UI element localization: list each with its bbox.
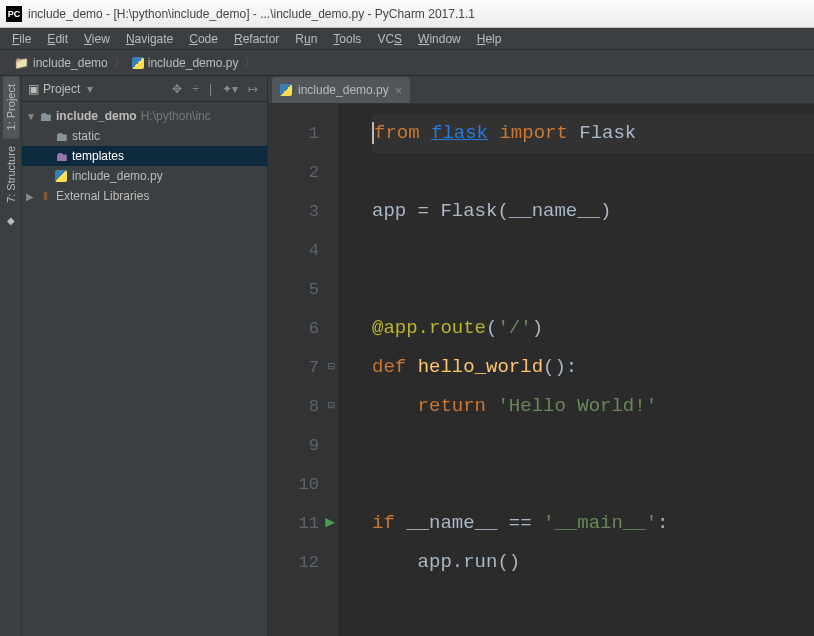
fold-icon[interactable]: ⊟ [328,387,335,426]
menu-navigate[interactable]: Navigate [118,30,181,48]
panel-tool-icon[interactable]: ✥ [169,82,185,96]
python-icon [132,57,144,69]
code-area[interactable]: from flask import Flaskapp = Flask(__nam… [372,104,814,636]
code-line[interactable] [372,465,814,504]
line-number[interactable]: 4 [268,231,337,270]
code-line[interactable]: if __name__ == '__main__': [372,504,814,543]
module-icon [38,109,52,124]
code-line[interactable] [372,270,814,309]
editor-tab-label: include_demo.py [298,83,389,97]
editor-margin [338,104,372,636]
collapse-arrow-icon[interactable]: ▼ [26,111,38,122]
breadcrumb-item[interactable]: include_demo.py [126,56,245,70]
menu-window[interactable]: Window [410,30,469,48]
menu-code[interactable]: Code [181,30,226,48]
line-number[interactable]: 3 [268,192,337,231]
titlebar: PC include_demo - [H:\python\include_dem… [0,0,814,28]
fold-icon[interactable]: ⊟ [328,348,335,387]
breadcrumb-label: include_demo [33,56,108,70]
line-number[interactable]: 12 [268,543,337,582]
code-line[interactable]: app.run() [372,543,814,582]
menu-help[interactable]: Help [469,30,510,48]
main-area: 1: Project 7: Structure ◆ ▣ Project ▾ ✥ … [0,76,814,636]
folder-icon [54,129,68,144]
sidebar-tab-project[interactable]: 1: Project [3,76,19,138]
line-number[interactable]: 8⊟ [268,387,337,426]
python-icon [54,170,68,182]
tree-external-libs[interactable]: ▶ External Libraries [22,186,267,206]
tree-path-hint: H:\python\inc [141,109,211,123]
sidebar-icon[interactable]: ◆ [7,211,15,230]
tree-item[interactable]: include_demo.py [22,166,267,186]
line-number[interactable]: 11▶ [268,504,337,543]
panel-header: ▣ Project ▾ ✥ ÷ | ✦▾ ↦ [22,76,267,102]
panel-view-icon[interactable]: ▣ [28,82,39,96]
panel-sep: | [206,82,215,96]
panel-dropdown-icon[interactable]: ▾ [84,82,96,96]
breadcrumb-bar: include_demo 〉 include_demo.py 〉 [0,50,814,76]
editor-tab-active[interactable]: include_demo.py × [272,77,410,103]
line-gutter[interactable]: 1234567⊟8⊟91011▶12 [268,104,338,636]
python-icon [280,84,292,96]
menu-refactor[interactable]: Refactor [226,30,287,48]
code-line[interactable]: app = Flask(__name__) [372,192,814,231]
left-tool-gutter: 1: Project 7: Structure ◆ [0,76,22,636]
menubar: File Edit View Navigate Code Refactor Ru… [0,28,814,50]
folder-icon [14,56,29,70]
code-line[interactable]: from flask import Flask [372,114,814,153]
menu-tools[interactable]: Tools [325,30,369,48]
editor-body[interactable]: 1234567⊟8⊟91011▶12 from flask import Fla… [268,104,814,636]
tree-item[interactable]: static [22,126,267,146]
menu-edit[interactable]: Edit [39,30,76,48]
hide-panel-icon[interactable]: ↦ [245,82,261,96]
line-number[interactable]: 1 [268,114,337,153]
editor-tabs: include_demo.py × [268,76,814,104]
editor-area: include_demo.py × 1234567⊟8⊟91011▶12 fro… [268,76,814,636]
tree-label: static [72,129,100,143]
panel-tool-icon[interactable]: ÷ [189,82,202,96]
line-number[interactable]: 2 [268,153,337,192]
panel-title: Project [43,82,80,96]
run-gutter-icon[interactable]: ▶ [325,504,335,543]
menu-run[interactable]: Run [287,30,325,48]
breadcrumb-label: include_demo.py [148,56,239,70]
line-number[interactable]: 6 [268,309,337,348]
breadcrumb-item[interactable]: include_demo [8,56,114,70]
line-number[interactable]: 7⊟ [268,348,337,387]
gear-icon[interactable]: ✦▾ [219,82,241,96]
line-number[interactable]: 10 [268,465,337,504]
menu-view[interactable]: View [76,30,118,48]
tree-root[interactable]: ▼ include_demo H:\python\inc [22,106,267,126]
menu-vcs[interactable]: VCS [369,30,410,48]
line-number[interactable]: 9 [268,426,337,465]
code-line[interactable]: @app.route('/') [372,309,814,348]
tree-label: External Libraries [56,189,149,203]
expand-arrow-icon[interactable]: ▶ [26,191,38,202]
window-title: include_demo - [H:\python\include_demo] … [28,7,475,21]
code-line[interactable]: def hello_world(): [372,348,814,387]
close-icon[interactable]: × [395,83,403,98]
tree-label: include_demo.py [72,169,163,183]
tree-label: templates [72,149,124,163]
project-panel: ▣ Project ▾ ✥ ÷ | ✦▾ ↦ ▼ include_demo H:… [22,76,268,636]
code-line[interactable] [372,426,814,465]
breadcrumb-sep: 〉 [114,54,126,71]
libraries-icon [38,189,52,203]
menu-file[interactable]: File [4,30,39,48]
project-tree[interactable]: ▼ include_demo H:\python\inc static temp… [22,102,267,636]
code-line[interactable] [372,231,814,270]
pycharm-icon: PC [6,6,22,22]
code-line[interactable]: return 'Hello World!' [372,387,814,426]
breadcrumb-sep: 〉 [244,54,256,71]
line-number[interactable]: 5 [268,270,337,309]
code-line[interactable] [372,153,814,192]
sidebar-tab-structure[interactable]: 7: Structure [3,138,19,211]
templates-folder-icon [54,149,68,164]
tree-label: include_demo [56,109,137,123]
tree-item-selected[interactable]: templates [22,146,267,166]
